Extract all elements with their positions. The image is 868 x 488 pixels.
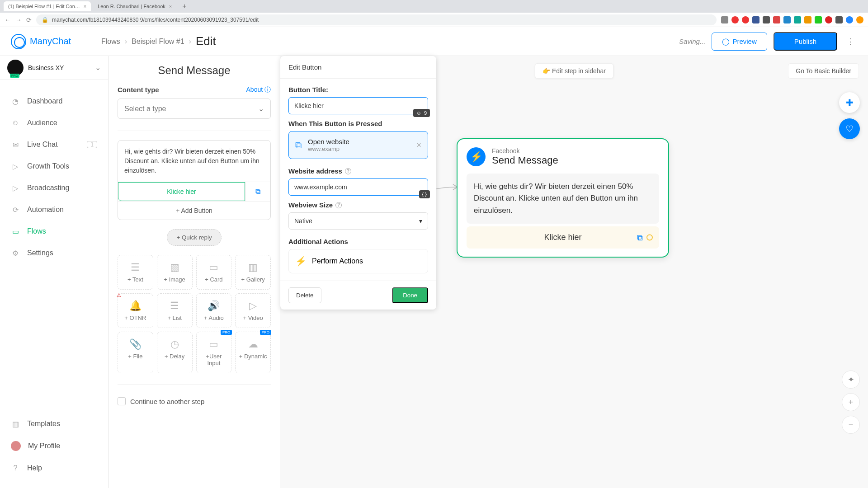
block-card[interactable]: ▭+ Card xyxy=(196,255,232,290)
new-tab-button[interactable]: + xyxy=(179,2,190,10)
logo[interactable]: ManyChat xyxy=(11,34,101,49)
sidebar-item-automation[interactable]: ⟳Automation xyxy=(0,199,108,221)
workspace-selector[interactable]: Business XY ⌄ xyxy=(0,56,108,80)
node-button[interactable]: Klicke hier ⧉ xyxy=(467,226,659,249)
sidebar-item-profile[interactable]: My Profile xyxy=(0,435,108,457)
emoji-icon[interactable]: ☺ xyxy=(416,110,421,116)
webview-size-select[interactable]: Native ▾ xyxy=(288,212,428,230)
avatar-icon xyxy=(11,441,21,451)
address-bar: ← → ⟳ 🔒 manychat.com/fb181039443240830 9… xyxy=(0,13,868,27)
block-audio[interactable]: 🔊+ Audio xyxy=(196,293,232,328)
basic-builder-button[interactable]: Go To Basic Builder xyxy=(788,63,859,79)
block-otnr[interactable]: ⚠🔔+ OTNR xyxy=(118,293,153,328)
message-text[interactable]: Hi, wie gehts dir? Wir bieten derzeit ei… xyxy=(118,141,270,182)
block-list[interactable]: ☰+ List xyxy=(157,293,193,328)
close-icon[interactable]: × xyxy=(169,4,172,9)
block-gallery[interactable]: ▥+ Gallery xyxy=(235,255,271,290)
gauge-icon: ◔ xyxy=(11,97,20,106)
sidebar-item-flows[interactable]: ▭Flows xyxy=(0,221,108,242)
sidebar-item-broadcasting[interactable]: ▷Broadcasting xyxy=(0,177,108,199)
sidebar-item-templates[interactable]: ▥Templates xyxy=(0,413,108,435)
help-icon[interactable]: ? xyxy=(345,168,351,174)
app-top-bar: ManyChat Flows › Beispiel Flow #1 › Edit… xyxy=(0,27,868,56)
block-text[interactable]: ☰+ Text xyxy=(118,255,153,290)
breadcrumb: Flows › Beispiel Flow #1 › Edit xyxy=(101,34,216,48)
sidebar-item-livechat[interactable]: ✉Live Chat1 xyxy=(0,134,108,155)
about-link[interactable]: About ⓘ xyxy=(246,86,271,94)
browser-tab[interactable]: Leon R. Chaudhari | Facebook × xyxy=(93,1,176,11)
sidebar-item-growth[interactable]: ▷Growth Tools xyxy=(0,155,108,177)
clock-icon: ◷ xyxy=(160,338,189,350)
block-dynamic[interactable]: PRO☁+ Dynamic xyxy=(235,332,271,373)
website-address-input[interactable] xyxy=(288,178,428,196)
delete-button[interactable]: Delete xyxy=(288,287,321,303)
close-icon[interactable]: × xyxy=(84,4,86,9)
forward-icon[interactable]: → xyxy=(15,16,22,23)
back-icon[interactable]: ← xyxy=(5,16,11,23)
sidebar-item-help[interactable]: ?Help xyxy=(0,457,108,479)
block-video[interactable]: ▷+ Video xyxy=(235,293,271,328)
link-icon[interactable]: ⧉ xyxy=(245,182,270,201)
button-title-label: Button Title: xyxy=(288,86,428,94)
info-icon: ⓘ xyxy=(264,86,271,93)
block-userinput[interactable]: PRO▭+User Input xyxy=(196,332,232,373)
sidebar-item-settings[interactable]: ⚙Settings xyxy=(0,242,108,264)
action-open-website[interactable]: ⧉ Open website www.examp × xyxy=(288,131,428,159)
node-message: Hi, wie gehts dir? Wir bieten derzeit ei… xyxy=(467,174,659,224)
message-block[interactable]: Hi, wie gehts dir? Wir bieten derzeit ei… xyxy=(118,140,271,220)
block-file[interactable]: 📎+ File xyxy=(118,332,153,373)
fit-view-button[interactable]: ✦ xyxy=(842,371,860,389)
connector-port[interactable] xyxy=(646,235,653,241)
file-icon: 📎 xyxy=(121,338,150,350)
browser-tab-active[interactable]: (1) Beispiel Flow #1 | Edit Con… × xyxy=(4,1,91,11)
url-input[interactable]: 🔒 manychat.com/fb181039443240830 9/cms/f… xyxy=(36,14,717,25)
zoom-in-button[interactable]: + xyxy=(842,393,860,411)
quick-reply-button[interactable]: + Quick reply xyxy=(167,229,221,246)
preview-float-button[interactable]: ♡ xyxy=(839,118,860,139)
content-type-select[interactable]: Select a type ⌄ xyxy=(118,99,271,119)
button-title-input[interactable] xyxy=(288,97,428,114)
templates-icon: ▥ xyxy=(11,419,20,428)
website-address-label: Website address? xyxy=(288,167,428,175)
zoom-out-button[interactable]: − xyxy=(842,416,860,434)
checkbox[interactable] xyxy=(118,397,126,405)
breadcrumb-item[interactable]: Flows xyxy=(101,38,120,46)
breadcrumb-item[interactable]: Beispiel Flow #1 xyxy=(132,38,184,46)
add-step-button[interactable]: ✚ xyxy=(839,92,860,113)
edit-button-popover: Edit Button Button Title: ☺9 When This B… xyxy=(280,56,436,310)
flow-node[interactable]: ⚡ Facebook Send Message Hi, wie gehts di… xyxy=(457,138,669,258)
continue-checkbox-row[interactable]: Continue to another step xyxy=(118,397,271,405)
when-pressed-label: When This Button is Pressed xyxy=(288,120,428,127)
preview-button[interactable]: ◯ Preview xyxy=(712,33,767,51)
editor-title: Send Message xyxy=(118,64,271,77)
help-icon[interactable]: ? xyxy=(335,202,342,208)
variable-insert-button[interactable]: { } xyxy=(419,190,430,198)
workspace-name: Business XY xyxy=(28,64,90,71)
gear-icon: ⚙ xyxy=(11,249,20,258)
card-icon: ▭ xyxy=(199,262,229,273)
webview-size-label: Webview Size? xyxy=(288,201,428,209)
message-button[interactable]: Klicke hier xyxy=(118,182,245,201)
bell-icon: 🔔 xyxy=(121,300,150,312)
eye-icon: ◯ xyxy=(722,38,730,46)
workspace-avatar xyxy=(7,60,24,76)
more-menu-icon[interactable]: ⋮ xyxy=(844,37,857,47)
link-icon: ⧉ xyxy=(295,140,302,150)
sidebar-item-audience[interactable]: ☺Audience xyxy=(0,112,108,134)
text-icon: ☰ xyxy=(121,262,150,273)
block-delay[interactable]: ◷+ Delay xyxy=(157,332,193,373)
done-button[interactable]: Done xyxy=(392,287,428,303)
remove-action-icon[interactable]: × xyxy=(416,141,421,150)
publish-button[interactable]: Publish xyxy=(774,32,837,51)
block-image[interactable]: ▧+ Image xyxy=(157,255,193,290)
perform-actions-card[interactable]: ⚡ Perform Actions xyxy=(288,249,428,273)
cloud-icon: ☁ xyxy=(238,338,268,350)
user-icon: ☺ xyxy=(11,118,20,127)
reload-icon[interactable]: ⟳ xyxy=(26,16,32,23)
action-title: Open website xyxy=(308,138,410,145)
sidebar-item-dashboard[interactable]: ◔Dashboard xyxy=(0,90,108,112)
send-icon: ▷ xyxy=(11,162,20,171)
messenger-icon: ⚡ xyxy=(467,147,486,166)
edit-step-button[interactable]: 👉 Edit step in sidebar xyxy=(535,63,613,79)
add-button[interactable]: + Add Button xyxy=(118,201,270,220)
